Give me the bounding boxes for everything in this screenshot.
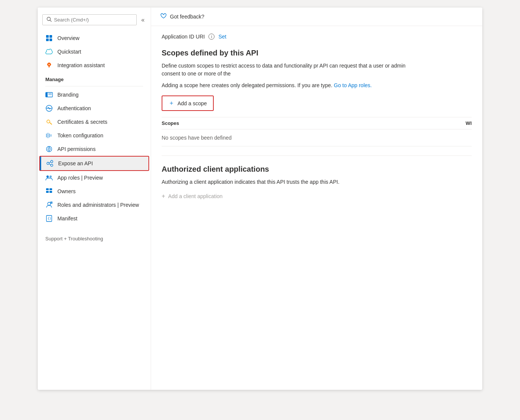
sidebar-item-token-config[interactable]: Token configuration (38, 129, 151, 142)
svg-point-30 (49, 175, 52, 178)
svg-rect-31 (46, 188, 49, 190)
sidebar-item-integration[interactable]: Integration assistant (38, 58, 151, 72)
grid-icon (45, 34, 53, 42)
scopes-column-header: Scopes (162, 120, 449, 126)
scopes-table: Scopes WI No scopes have been defined (162, 117, 472, 146)
svg-line-15 (51, 123, 51, 124)
svg-rect-2 (46, 35, 49, 38)
add-client-plus-icon: + (162, 193, 165, 200)
app-roles-link[interactable]: Go to App roles. (334, 82, 372, 88)
sidebar-item-branding[interactable]: Branding (38, 88, 151, 102)
cloud-icon (45, 48, 53, 55)
add-scope-button[interactable]: ＋ Add a scope (162, 95, 214, 111)
sidebar-item-label: Integration assistant (57, 62, 105, 68)
svg-line-27 (49, 162, 51, 163)
sidebar-item-manifest[interactable]: {} Manifest (38, 212, 151, 225)
sidebar-item-label: Token configuration (57, 132, 103, 138)
sidebar-item-label: API permissions (57, 146, 96, 152)
svg-point-13 (47, 120, 50, 123)
app-id-row: Application ID URI i Set (162, 34, 472, 40)
sidebar-item-quickstart[interactable]: Quickstart (38, 45, 151, 58)
support-section-label: Support + Troubleshooting (38, 231, 151, 244)
svg-rect-34 (49, 191, 52, 193)
sidebar-item-label: Overview (57, 35, 79, 41)
main-content: Got feedback? Application ID URI i Set S… (151, 8, 482, 390)
expose-icon (46, 160, 54, 167)
authorized-section: Authorized client applications Authorizi… (162, 165, 472, 203)
authorized-desc: Authorizing a client application indicat… (162, 178, 407, 186)
sidebar-item-roles-admin[interactable]: Roles and administrators | Preview (38, 198, 151, 212)
svg-point-29 (46, 175, 49, 178)
svg-line-1 (50, 20, 52, 22)
sidebar-item-certificates[interactable]: Certificates & secrets (38, 115, 151, 129)
sidebar-item-label: Roles and administrators | Preview (57, 202, 139, 208)
sidebar-item-label: Owners (57, 188, 76, 194)
scopes-desc-1: Define custom scopes to restrict access … (162, 62, 407, 78)
section-divider (162, 155, 472, 156)
feedback-label: Got feedback? (170, 14, 204, 20)
svg-point-35 (48, 202, 51, 205)
sidebar-item-label: Branding (57, 92, 79, 98)
search-icon (46, 17, 52, 23)
sidebar-item-authentication[interactable]: Authentication (38, 102, 151, 115)
add-client-label: Add a client application (168, 193, 222, 199)
key-icon (45, 118, 53, 126)
search-input[interactable] (54, 17, 133, 23)
manage-section-label: Manage (38, 72, 151, 85)
svg-text:{}: {} (48, 217, 51, 220)
branding-icon (45, 91, 53, 98)
heart-icon (160, 13, 167, 20)
manifest-icon: {} (45, 215, 53, 222)
svg-rect-36 (50, 202, 52, 204)
svg-line-28 (49, 164, 51, 165)
svg-rect-8 (46, 92, 48, 97)
api-perm-icon (45, 145, 53, 153)
wi-column-header: WI (449, 120, 472, 126)
scopes-desc-2: Adding a scope here creates only delegat… (162, 82, 407, 89)
sidebar-item-api-permissions[interactable]: API permissions (38, 142, 151, 156)
sidebar-item-expose-api[interactable]: Expose an API (39, 156, 149, 171)
sidebar-item-label: Manifest (57, 215, 77, 222)
token-icon (45, 132, 53, 139)
svg-point-21 (48, 148, 50, 150)
feedback-bar: Got feedback? (151, 8, 482, 26)
scopes-section-title: Scopes defined by this API (162, 49, 472, 57)
rocket-icon (45, 62, 53, 69)
sidebar-item-overview[interactable]: Overview (38, 31, 151, 45)
scopes-table-header: Scopes WI (162, 117, 472, 129)
sidebar-item-label: Authentication (57, 105, 91, 111)
sidebar-item-label: Certificates & secrets (57, 119, 107, 125)
svg-point-6 (49, 64, 50, 65)
add-client-button[interactable]: + Add a client application (162, 190, 222, 203)
svg-rect-33 (46, 191, 49, 193)
sidebar-item-app-roles[interactable]: App roles | Preview (38, 171, 151, 185)
authorized-section-title: Authorized client applications (162, 165, 472, 174)
roles-icon (45, 201, 53, 209)
svg-point-24 (47, 162, 49, 165)
svg-rect-3 (49, 35, 52, 38)
collapse-button[interactable]: « (140, 15, 146, 25)
scopes-empty-message: No scopes have been defined (162, 129, 472, 146)
search-box[interactable] (42, 14, 137, 25)
svg-point-25 (51, 160, 53, 163)
svg-rect-32 (49, 188, 52, 190)
add-scope-label: Add a scope (177, 100, 207, 106)
svg-rect-4 (46, 38, 49, 41)
sidebar: « Overview Quickstart (38, 8, 151, 390)
set-link[interactable]: Set (218, 34, 226, 40)
app-roles-icon (45, 174, 53, 182)
owners-icon (45, 188, 53, 195)
sidebar-item-label: Expose an API (58, 160, 93, 166)
manage-divider (45, 86, 143, 86)
scopes-desc-2-text: Adding a scope here creates only delegat… (162, 82, 332, 88)
add-scope-plus-icon: ＋ (168, 99, 174, 107)
sidebar-item-label: App roles | Preview (57, 175, 103, 181)
app-id-info-icon[interactable]: i (208, 34, 214, 40)
sidebar-item-owners[interactable]: Owners (38, 185, 151, 198)
auth-icon (45, 105, 53, 112)
svg-rect-5 (49, 38, 52, 41)
app-id-label: Application ID URI (162, 34, 205, 40)
main-body: Application ID URI i Set Scopes defined … (151, 26, 482, 210)
search-row: « (38, 11, 151, 31)
svg-point-26 (51, 164, 53, 166)
